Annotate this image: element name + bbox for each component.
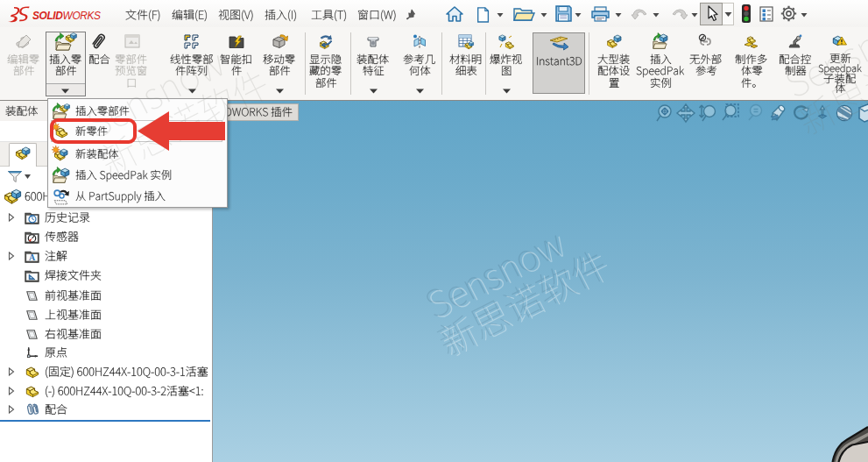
svg-text:A: A bbox=[29, 252, 36, 262]
